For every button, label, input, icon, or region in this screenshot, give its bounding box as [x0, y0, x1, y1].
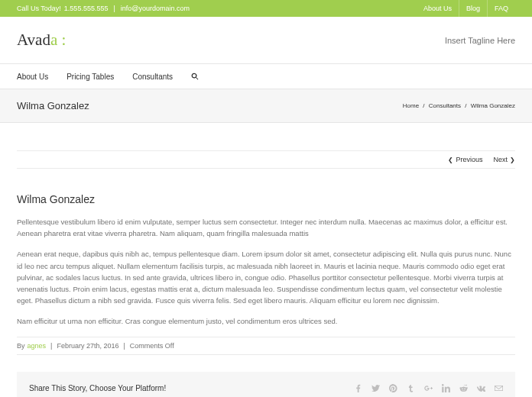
- logo-main: Avad: [17, 31, 50, 49]
- nav-consultants[interactable]: Consultants: [132, 73, 173, 81]
- nav-about-us[interactable]: About Us: [17, 73, 48, 81]
- meta-author[interactable]: agnes: [28, 342, 47, 350]
- tumblr-icon[interactable]: [407, 384, 415, 392]
- share-icons: [354, 384, 503, 392]
- post-meta: By agnes | February 27th, 2016 | Comment…: [17, 337, 515, 355]
- crumb-current: Wilma Gonzalez: [471, 102, 515, 109]
- previous-label: Previous: [456, 156, 482, 163]
- crumb-consultants[interactable]: Consultants: [429, 102, 461, 109]
- googleplus-icon[interactable]: [424, 384, 433, 392]
- header: Avada : Insert Tagline Here: [0, 17, 532, 63]
- meta-date: February 27th, 2016: [57, 342, 118, 350]
- twitter-icon[interactable]: [371, 384, 380, 392]
- share-text: Share This Story, Choose Your Platform!: [29, 384, 166, 392]
- crumb-home[interactable]: Home: [403, 102, 419, 109]
- content-area: ❮ Previous Next ❯ Wilma Gonzalez Pellent…: [0, 123, 532, 397]
- tagline: Insert Tagline Here: [445, 36, 515, 45]
- crumb-sep: /: [465, 102, 466, 109]
- post-pager: ❮ Previous Next ❯: [17, 150, 515, 169]
- top-menu-faq[interactable]: FAQ: [487, 0, 515, 17]
- linkedin-icon[interactable]: [442, 384, 450, 392]
- main-nav: About Us Pricing Tables Consultants: [0, 63, 532, 89]
- vk-icon[interactable]: [477, 384, 485, 392]
- paragraph-2: Aenean erat neque, dapibus quis nibh ac,…: [17, 248, 515, 306]
- next-label: Next: [493, 156, 508, 163]
- logo-accent: a :: [50, 31, 66, 49]
- meta-sep: |: [50, 342, 52, 350]
- call-prefix: Call Us Today!: [17, 5, 61, 12]
- chevron-left-icon: ❮: [448, 157, 453, 163]
- post-title: Wilma Gonzalez: [17, 193, 515, 205]
- page-title: Wilma Gonzalez: [17, 100, 89, 111]
- top-bar: Call Us Today! 1.555.555.555 | info@your…: [0, 0, 532, 17]
- meta-by: By: [17, 342, 25, 350]
- pinterest-icon[interactable]: [389, 384, 397, 392]
- top-menu: About Us Blog FAQ: [417, 0, 515, 17]
- crumb-sep: /: [423, 102, 424, 109]
- separator: |: [113, 5, 115, 12]
- chevron-right-icon: ❯: [510, 157, 515, 163]
- reddit-icon[interactable]: [459, 384, 468, 392]
- email-link[interactable]: info@yourdomain.com: [121, 5, 190, 12]
- search-icon[interactable]: [191, 73, 199, 80]
- share-box: Share This Story, Choose Your Platform!: [17, 372, 515, 398]
- facebook-icon[interactable]: [354, 384, 362, 392]
- meta-sep: |: [123, 342, 125, 350]
- previous-link[interactable]: ❮ Previous: [448, 156, 482, 163]
- phone-number: 1.555.555.555: [64, 5, 109, 12]
- top-contact: Call Us Today! 1.555.555.555 | info@your…: [17, 5, 190, 12]
- logo[interactable]: Avada :: [17, 31, 66, 50]
- title-bar: Wilma Gonzalez Home / Consultants / Wilm…: [0, 89, 532, 123]
- next-link[interactable]: Next ❯: [493, 156, 515, 163]
- nav-pricing-tables[interactable]: Pricing Tables: [66, 73, 114, 81]
- email-icon[interactable]: [495, 384, 503, 392]
- top-menu-blog[interactable]: Blog: [459, 0, 487, 17]
- top-menu-about[interactable]: About Us: [417, 0, 459, 17]
- meta-comments: Comments Off: [130, 342, 174, 350]
- paragraph-1: Pellentesque vestibulum libero id enim v…: [17, 216, 515, 239]
- paragraph-3: Nam efficitur ut urna non efficitur. Cra…: [17, 315, 515, 327]
- breadcrumb: Home / Consultants / Wilma Gonzalez: [403, 102, 515, 109]
